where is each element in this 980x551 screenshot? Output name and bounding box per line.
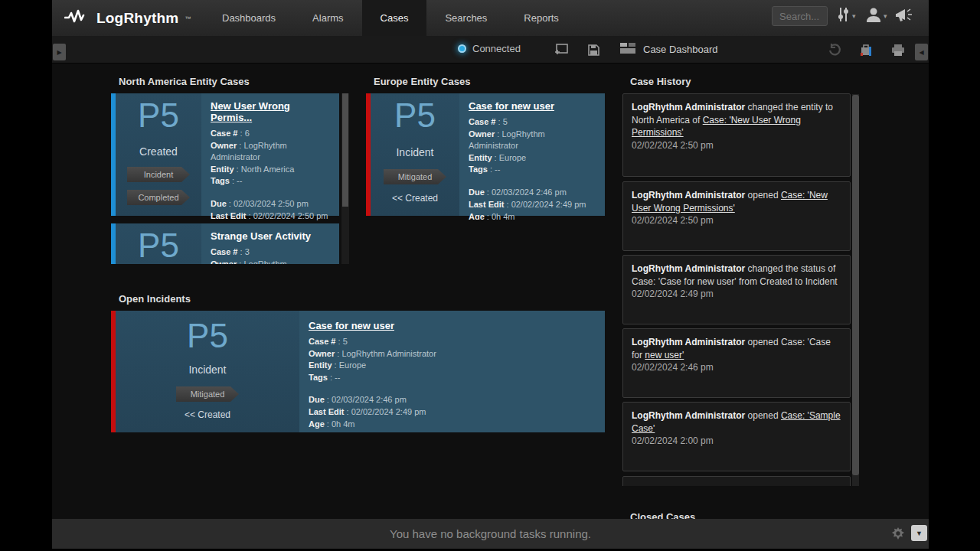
- case-card[interactable]: P5 Incident Mitigated << Created Case fo…: [366, 93, 605, 216]
- add-case-button[interactable]: [858, 42, 874, 57]
- set-mitigated-button[interactable]: Mitigated: [384, 169, 446, 184]
- collapse-statusbar-button[interactable]: ▼: [911, 525, 927, 541]
- case-number: Case #5: [309, 336, 596, 348]
- connection-status-label: Connected: [472, 43, 521, 54]
- chevron-down-icon: ▾: [852, 12, 856, 20]
- back-to-created-link[interactable]: << Created: [116, 409, 299, 420]
- tab-reports[interactable]: Reports: [505, 0, 577, 36]
- set-completed-button[interactable]: Completed: [127, 190, 190, 205]
- history-actor: LogRhythm Administrator: [632, 102, 745, 112]
- triangle-down-icon: ▼: [916, 530, 923, 537]
- background-tasks-message: You have no background tasks running.: [390, 527, 591, 540]
- print-button[interactable]: [890, 42, 906, 57]
- logo[interactable]: LogRhythm ™: [64, 8, 191, 29]
- case-last-edit: Last Edit02/02/2024 2:49 pm: [309, 406, 596, 418]
- case-card[interactable]: P5 Strange User Activity Case #3 OwnerLo…: [111, 223, 339, 264]
- app-window: LogRhythm ™ Dashboards Alarms Cases Sear…: [52, 0, 929, 551]
- case-age: Age0h 4m: [309, 418, 596, 430]
- connected-dot-icon: [458, 44, 466, 53]
- case-title-link[interactable]: Case for new user: [309, 320, 596, 331]
- history-entry: LogRhythm Administrator opened Case: 'Ne…: [622, 181, 851, 251]
- case-title-link[interactable]: Case for new user: [469, 100, 596, 112]
- history-case-link[interactable]: new user': [645, 350, 684, 360]
- announcements-button[interactable]: [894, 6, 914, 28]
- case-entity: EntityEurope: [469, 152, 596, 165]
- case-card-body: Case for new user Case #5 OwnerLogRhythm…: [299, 311, 605, 432]
- screen: LogRhythm ™ Dashboards Alarms Cases Sear…: [0, 0, 980, 551]
- back-to-created-link[interactable]: << Created: [371, 193, 459, 204]
- history-timestamp: 02/02/2024 2:50 pm: [632, 214, 841, 227]
- history-entry: LogRhythm Administrator opened Case: 'Ca…: [622, 328, 851, 398]
- case-history-list: LogRhythm Administrator changed the enti…: [622, 93, 851, 486]
- history-actor: LogRhythm Administrator: [632, 190, 745, 201]
- connection-status: Connected: [458, 43, 521, 54]
- history-timestamp: 02/02/2024 2:50 pm: [632, 139, 841, 152]
- north-america-cards: P5 Created Incident Completed New User W…: [111, 93, 349, 264]
- background-tasks-bar: You have no background tasks running. ▼: [52, 519, 929, 549]
- history-actor: LogRhythm Administrator: [632, 337, 745, 347]
- case-number: Case #3: [211, 246, 330, 259]
- case-due: Due02/03/2024 2:46 pm: [469, 186, 596, 198]
- case-card-left: P5 Incident Mitigated << Created: [116, 311, 299, 432]
- north-america-scrollbar[interactable]: [341, 93, 349, 264]
- priority-label: P5: [116, 317, 299, 355]
- tab-alarms[interactable]: Alarms: [294, 0, 361, 36]
- dashboard-toolbar: Connected Case Dashboard: [52, 36, 929, 64]
- dashboard-content: North America Entity Cases P5 Created In…: [52, 64, 929, 519]
- case-entity: EntityNorth America: [211, 164, 330, 176]
- history-text: opened: [745, 410, 781, 421]
- history-text: opened: [745, 190, 781, 201]
- case-entity: EntityEurope: [309, 360, 596, 372]
- dashboard-selector[interactable]: Case Dashboard: [620, 42, 718, 57]
- case-card-body: New User Wrong Permis... Case #6 OwnerLo…: [201, 93, 339, 216]
- section-title-north-america: North America Entity Cases: [119, 76, 250, 87]
- tab-dashboards[interactable]: Dashboards: [204, 0, 294, 36]
- tab-searches[interactable]: Searches: [426, 0, 505, 36]
- case-tags: Tags--: [309, 372, 596, 384]
- case-card-left: P5 Created Incident Completed: [116, 93, 201, 216]
- history-entry: [622, 476, 851, 486]
- sliders-icon: [837, 6, 850, 26]
- user-menu[interactable]: ▾: [866, 6, 887, 26]
- filter-sliders-menu[interactable]: ▾: [837, 6, 856, 26]
- case-owner: OwnerLogRhythm Administrator: [211, 259, 330, 264]
- collapse-inspector-button[interactable]: ◀: [915, 44, 928, 60]
- case-card-body: Case for new user Case #5 OwnerLogRhythm…: [459, 93, 605, 216]
- brand-name: LogRhythm: [96, 10, 178, 27]
- scrollbar-thumb[interactable]: [342, 93, 348, 207]
- case-title-link[interactable]: New User Wrong Permis...: [211, 100, 330, 123]
- open-incidents-cards: P5 Incident Mitigated << Created Case fo…: [111, 311, 605, 435]
- section-title-closed-cases: Closed Cases: [630, 511, 695, 519]
- scrollbar-thumb[interactable]: [852, 95, 859, 475]
- case-due: Due02/03/2024 2:50 pm: [211, 197, 330, 210]
- chevron-down-icon: ▾: [884, 12, 887, 20]
- case-card[interactable]: P5 Created Incident Completed New User W…: [111, 93, 339, 216]
- case-title[interactable]: Strange User Activity: [211, 230, 330, 242]
- expand-current-case-button[interactable]: ▶: [53, 44, 66, 60]
- add-widget-button[interactable]: [554, 42, 569, 57]
- save-dashboard-button[interactable]: [586, 42, 601, 57]
- case-card-left: P5: [116, 223, 201, 264]
- case-card[interactable]: P5 Incident Mitigated << Created Case fo…: [111, 311, 605, 432]
- history-timestamp: 02/02/2024 2:49 pm: [632, 288, 841, 301]
- case-history-scrollbar[interactable]: [852, 94, 859, 486]
- set-incident-button[interactable]: Incident: [127, 167, 190, 182]
- tab-cases[interactable]: Cases: [362, 0, 427, 36]
- primary-nav-tabs: Dashboards Alarms Cases Searches Reports: [204, 0, 577, 36]
- settings-gear-icon[interactable]: [891, 527, 905, 543]
- triangle-left-icon: ◀: [919, 49, 923, 56]
- priority-label: P5: [371, 96, 459, 135]
- search-input[interactable]: [772, 6, 828, 26]
- history-entry: LogRhythm Administrator changed the stat…: [622, 255, 851, 324]
- europe-cards: P5 Incident Mitigated << Created Case fo…: [366, 93, 605, 220]
- case-card-left: P5 Incident Mitigated << Created: [371, 93, 459, 216]
- section-title-europe: Europe Entity Cases: [374, 76, 470, 87]
- case-number: Case #5: [469, 116, 596, 129]
- undo-button[interactable]: [827, 42, 842, 57]
- priority-label: P5: [116, 227, 201, 264]
- set-mitigated-button[interactable]: Mitigated: [176, 386, 239, 402]
- triangle-right-icon: ▶: [57, 49, 61, 56]
- trademark-mark: ™: [185, 15, 191, 22]
- logrhythm-waveform-icon: [64, 8, 90, 29]
- history-timestamp: 02/02/2024 2:00 pm: [632, 435, 841, 448]
